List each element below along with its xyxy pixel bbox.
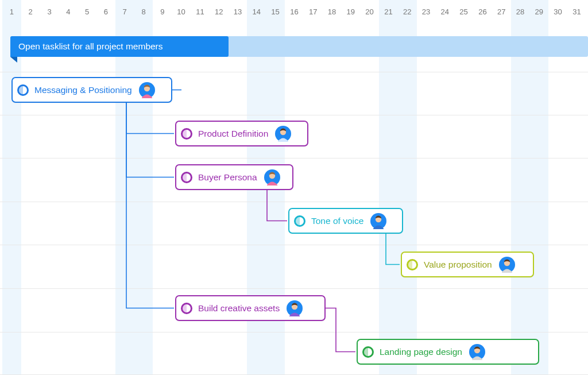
tasklist-header-label[interactable]: Open tasklist for all project members (10, 36, 229, 57)
ruler-day: 22 (398, 0, 417, 23)
row-divider (0, 158, 588, 158)
task-title: Tone of voice (311, 216, 363, 226)
task-status-icon (407, 259, 418, 270)
ruler-day: 8 (134, 0, 153, 23)
row-divider (0, 115, 588, 115)
task-card-t5[interactable]: Value proposition (401, 252, 534, 277)
assignee-avatar[interactable] (469, 344, 485, 360)
task-title: Buyer Persona (198, 172, 257, 183)
ruler-day: 18 (323, 0, 342, 23)
ruler-day: 10 (172, 0, 191, 23)
assignee-avatar[interactable] (264, 169, 280, 185)
ruler-day: 2 (21, 0, 40, 23)
assignee-avatar[interactable] (287, 300, 303, 316)
ruler-day: 23 (417, 0, 436, 23)
ruler-day: 17 (304, 0, 323, 23)
row-divider (0, 332, 588, 333)
ruler-day: 5 (78, 0, 96, 23)
ruler-day: 19 (341, 0, 360, 23)
connector (326, 308, 355, 352)
task-status-icon (181, 172, 192, 183)
row-divider (0, 288, 588, 289)
tasklist-flag-notch (10, 57, 17, 63)
ruler-day: 1 (2, 0, 21, 23)
ruler-day: 24 (435, 0, 454, 23)
ruler-day: 29 (529, 0, 548, 23)
task-card-t4[interactable]: Tone of voice (288, 208, 403, 234)
timeline-ruler: 1234567891011121314151617181920212223242… (0, 0, 588, 23)
task-title: Value proposition (424, 260, 492, 270)
assignee-avatar[interactable] (370, 213, 386, 229)
task-status-icon (181, 303, 192, 314)
assignee-avatar[interactable] (499, 257, 515, 273)
ruler-day: 11 (191, 0, 210, 23)
task-title: Product Definition (198, 129, 268, 139)
task-title: Landing page design (380, 347, 462, 357)
row-divider (0, 72, 588, 72)
ruler-day: 26 (473, 0, 492, 23)
ruler-day: 14 (247, 0, 266, 23)
tasklist-title-text: Open tasklist for all project members (18, 41, 163, 52)
task-status-icon (181, 128, 192, 140)
row-divider (0, 245, 588, 245)
task-status-icon (362, 346, 374, 358)
task-title: Build creative assets (198, 303, 280, 314)
ruler-day: 4 (59, 0, 78, 23)
ruler-day: 30 (548, 0, 567, 23)
task-card-t6[interactable]: Build creative assets (175, 295, 326, 321)
assignee-avatar[interactable] (139, 82, 155, 98)
task-card-t3[interactable]: Buyer Persona (175, 164, 293, 190)
ruler-day: 12 (210, 0, 229, 23)
task-card-t2[interactable]: Product Definition (175, 121, 308, 146)
task-title: Messaging & Positioning (34, 85, 132, 95)
ruler-day: 9 (153, 0, 172, 23)
ruler-day: 13 (229, 0, 247, 23)
ruler-day: 28 (511, 0, 530, 23)
ruler-day: 20 (360, 0, 379, 23)
task-status-icon (294, 215, 305, 227)
ruler-day: 16 (285, 0, 304, 23)
ruler-day: 27 (492, 0, 511, 23)
gantt-canvas: { "timeline": { "days": [1,2,3,4,5,6,7,8… (0, 0, 588, 375)
ruler-day: 31 (567, 0, 586, 23)
assignee-avatar[interactable] (275, 126, 291, 142)
ruler-day: 15 (266, 0, 285, 23)
ruler-day: 6 (96, 0, 115, 23)
row-divider (0, 202, 588, 202)
ruler-day: 3 (40, 0, 59, 23)
task-card-t1[interactable]: Messaging & Positioning (11, 77, 172, 103)
task-status-icon (17, 84, 29, 96)
ruler-day: 21 (379, 0, 398, 23)
ruler-day: 7 (115, 0, 134, 23)
task-card-t7[interactable]: Landing page design (357, 339, 539, 365)
ruler-day: 25 (454, 0, 473, 23)
